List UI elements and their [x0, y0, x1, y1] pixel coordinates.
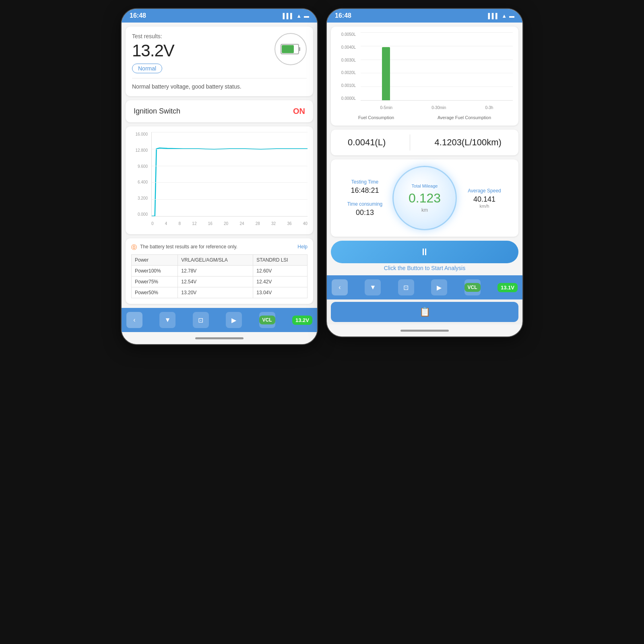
fuel-y-3: 0.0020L: [341, 70, 357, 75]
pause-icon: ⏸: [420, 246, 429, 258]
table-header-standrd: STANDRD LSI: [253, 255, 308, 266]
right-play-button[interactable]: ▶: [431, 279, 447, 295]
right-vcl-label: VCL: [464, 283, 481, 292]
right-vcl-button[interactable]: VCL: [464, 279, 481, 295]
testing-time-value: 16:48:21: [337, 186, 392, 195]
table-cell: Power50%: [132, 287, 178, 298]
grid-line-0: [152, 132, 308, 132]
table-cell: 12.42V: [253, 277, 308, 287]
home-bar: [195, 337, 244, 339]
voltage-chart-card: 16.000 12.800 9.600 6.400 3.200 0.000: [126, 126, 313, 234]
grid-line-1: [152, 149, 308, 149]
mileage-circle-container: Total Mileage 0.123 km: [392, 166, 457, 230]
right-bottom-toolbar: ‹ ▼ ⊡ ▶ VCL 13.1V: [327, 275, 522, 299]
right-crop-button[interactable]: ⊡: [398, 279, 414, 295]
time-consuming-value: 00:13: [337, 208, 392, 217]
info-warning: ⓪ The battery test results are for refer…: [131, 244, 308, 251]
spacer: [337, 195, 392, 201]
right-filter-button[interactable]: ▼: [365, 279, 381, 295]
divider-1: [132, 78, 307, 78]
vcl-button[interactable]: VCL: [259, 312, 275, 328]
mileage-left-side: Testing Time 16:48:21 Time consuming 00:…: [337, 179, 392, 217]
warning-icon: ⓪: [131, 244, 137, 251]
back-button[interactable]: ‹: [126, 312, 142, 328]
x-label-1: 4: [165, 221, 167, 226]
right-home-bar: [400, 330, 449, 332]
pause-button[interactable]: ⏸: [331, 241, 518, 263]
right-battery-icon: ▬: [509, 13, 514, 19]
fuel-legend-consumption: Fuel Consumption: [358, 115, 394, 120]
x-label-4: 16: [208, 221, 213, 226]
x-label-0: 0: [151, 221, 154, 226]
mileage-right-side: Average Speed 40.141 km/h: [457, 188, 512, 208]
table-row: Power75% 12.54V 12.42V: [132, 277, 308, 287]
vcl-label: VCL: [259, 316, 275, 324]
fuel-chart-area: 0.0050L 0.0040L 0.0030L 0.0020L 0.0010L …: [336, 32, 513, 113]
fuel-x-2: 0-3h: [485, 105, 493, 110]
start-analysis-text: Click the Button to Start Analysis: [327, 265, 522, 271]
fuel-y-labels: 0.0050L 0.0040L 0.0030L 0.0020L 0.0010L …: [336, 32, 357, 101]
testing-time-label: Testing Time: [337, 179, 392, 185]
battery-icon-circle: [275, 33, 307, 65]
voltage-value: 13.2V: [132, 41, 174, 60]
y-label-4: 3.200: [138, 196, 149, 200]
help-link[interactable]: Help: [297, 244, 308, 250]
average-consumption-value: 4.1203(L/100km): [435, 137, 502, 148]
fuel-y-4: 0.0010L: [341, 83, 357, 88]
right-status-bar: 16:48 ▌▌▌ ▲ ▬: [327, 9, 522, 23]
table-cell: 12.78V: [178, 266, 253, 277]
grid-line-4: [152, 199, 308, 200]
battery-icon-status: ▬: [304, 13, 309, 19]
left-phone-content: Test results: 13.2V Normal Normal batter…: [122, 23, 317, 308]
svg-rect-2: [282, 45, 294, 53]
right-back-button[interactable]: ‹: [332, 279, 348, 295]
x-label-6: 24: [239, 221, 244, 226]
average-speed-unit: km/h: [457, 204, 512, 208]
ignition-status: ON: [293, 107, 305, 116]
table-cell: 13.20V: [178, 287, 253, 298]
fuel-x-labels: 0-5min 0-30min 0-3h: [361, 103, 513, 113]
y-label-2: 9.600: [138, 164, 149, 169]
right-home-indicator: [327, 324, 522, 336]
y-label-3: 6.400: [138, 180, 149, 184]
warning-text: The battery test results are for referen…: [140, 244, 237, 250]
mileage-section: Testing Time 16:48:21 Time consuming 00:…: [331, 159, 518, 237]
test-label: Test results:: [132, 33, 174, 39]
crop-button[interactable]: ⊡: [193, 312, 209, 328]
test-results-left: Test results: 13.2V Normal: [132, 33, 174, 73]
right-filter-icon: ▼: [369, 284, 376, 291]
right-crop-icon: ⊡: [403, 284, 409, 291]
play-button[interactable]: ▶: [226, 312, 242, 328]
average-speed-label: Average Speed: [457, 188, 512, 194]
total-mileage-value: 0.123: [409, 191, 441, 206]
x-label-3: 12: [192, 221, 196, 226]
home-indicator: [122, 332, 317, 344]
left-phone: 16:48 ▌▌▌ ▲ ▬ Test results: 13.2V Normal: [121, 8, 318, 345]
chart-x-labels: 0 4 8 12 16 20 24 28 32 36 40: [151, 219, 308, 229]
left-status-icons: ▌▌▌ ▲ ▬: [283, 13, 309, 19]
fg-0: [361, 32, 513, 33]
grid-line-2: [152, 166, 308, 166]
x-label-10: 40: [303, 221, 308, 226]
chart-y-labels: 16.000 12.800 9.600 6.400 3.200 0.000: [131, 132, 149, 217]
play-icon: ▶: [231, 316, 236, 324]
svg-rect-1: [299, 47, 300, 51]
right-signal-icon: ▌▌▌: [488, 13, 499, 19]
fuel-stat-divider: [410, 134, 410, 151]
signal-icon: ▌▌▌: [283, 13, 294, 19]
filter-button[interactable]: ▼: [159, 312, 175, 328]
fg-1: [361, 46, 513, 46]
x-label-8: 32: [271, 221, 276, 226]
y-label-1: 12.800: [135, 148, 149, 153]
x-label-2: 8: [179, 221, 181, 226]
fuel-y-2: 0.0030L: [341, 58, 357, 62]
report-button[interactable]: 📋: [331, 302, 518, 322]
mileage-row: Testing Time 16:48:21 Time consuming 00:…: [337, 166, 512, 230]
battery-status-text: Normal battery voltage, good battery sta…: [132, 83, 307, 90]
fuel-x-1: 0-30min: [431, 105, 446, 110]
table-cell: Power75%: [132, 277, 178, 287]
fuel-legend: Fuel Consumption Average Fuel Consumptio…: [336, 115, 513, 120]
test-results-header: Test results: 13.2V Normal: [132, 33, 307, 73]
fuel-y-1: 0.0040L: [341, 45, 357, 50]
right-phone: 16:48 ▌▌▌ ▲ ▬ 0.0050L 0.0040L 0.0030L 0.…: [326, 8, 523, 337]
